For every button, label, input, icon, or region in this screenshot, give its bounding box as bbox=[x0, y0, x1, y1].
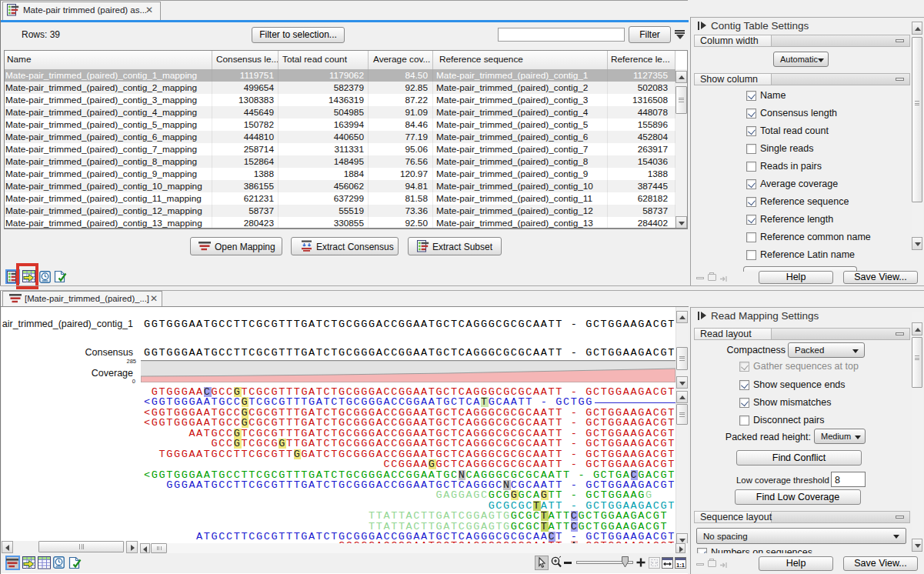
svg-text:1:1: 1:1 bbox=[676, 562, 685, 569]
